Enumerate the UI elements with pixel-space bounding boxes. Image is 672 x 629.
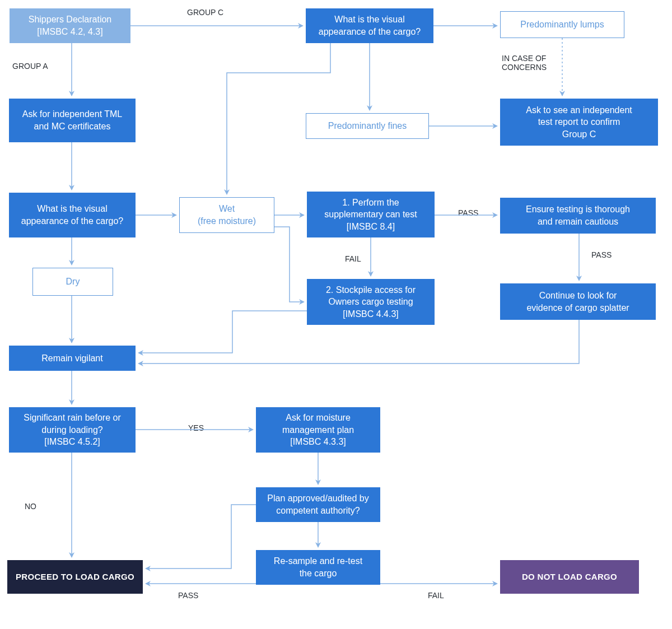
- visual-appearance-a: What is the visual appearance of the car…: [9, 193, 136, 237]
- label-concerns: IN CASE OF CONCERNS: [502, 54, 547, 72]
- proceed-load: PROCEED TO LOAD CARGO: [7, 560, 143, 594]
- shippers-declaration: Shippers Declaration [IMSBC 4.2, 4.3]: [10, 8, 130, 43]
- label-pass-1: PASS: [458, 208, 478, 217]
- label-group-a: GROUP A: [12, 62, 48, 71]
- cargo-splatter: Continue to look for evidence of cargo s…: [500, 283, 656, 320]
- label-no: NO: [25, 502, 36, 511]
- independent-test-report: Ask to see an independent test report to…: [500, 99, 658, 146]
- label-yes: YES: [188, 423, 204, 432]
- label-fail-3: FAIL: [428, 591, 444, 600]
- label-pass-3: PASS: [178, 591, 198, 600]
- wet: Wet (free moisture): [179, 197, 274, 233]
- ensure-thorough: Ensure testing is thorough and remain ca…: [500, 198, 656, 234]
- visual-appearance-c: What is the visual appearance of the car…: [306, 8, 433, 43]
- do-not-load: DO NOT LOAD CARGO: [500, 560, 639, 594]
- moisture-plan: Ask for moisture management plan [IMSBC …: [256, 407, 380, 453]
- remain-vigilant: Remain vigilant: [9, 346, 136, 371]
- significant-rain: Significant rain before or during loadin…: [9, 407, 136, 453]
- stockpile-access: 2. Stockpile access for Owners cargo tes…: [307, 279, 435, 325]
- tml-mc-certificates: Ask for independent TML and MC certifica…: [9, 99, 136, 142]
- label-pass-2: PASS: [591, 250, 612, 259]
- plan-approved: Plan approved/audited by competent autho…: [256, 487, 380, 522]
- predominantly-fines: Predominantly fines: [306, 113, 429, 139]
- label-group-c: GROUP C: [187, 8, 223, 17]
- label-fail-1: FAIL: [345, 254, 361, 263]
- can-test: 1. Perform the supplementary can test [I…: [307, 192, 435, 237]
- resample-retest: Re-sample and re-test the cargo: [256, 550, 380, 585]
- dry: Dry: [32, 268, 113, 296]
- predominantly-lumps: Predominantly lumps: [500, 11, 624, 38]
